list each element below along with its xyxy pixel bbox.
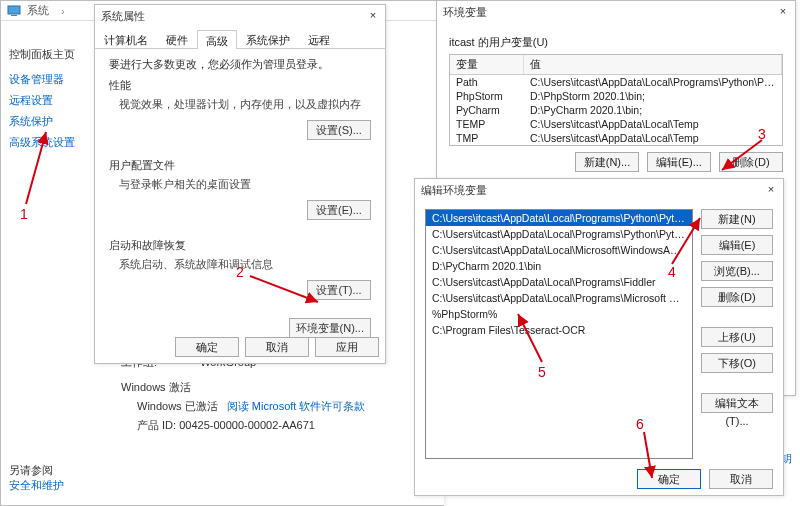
tab-protection[interactable]: 系统保护 xyxy=(237,29,299,48)
edit-env-var-dialog: 编辑环境变量 × C:\Users\itcast\AppData\Local\P… xyxy=(414,178,784,496)
env-vars-button[interactable]: 环境变量(N)... xyxy=(289,318,371,338)
dialog-body: 要进行大多数更改，您必须作为管理员登录。 性能 视觉效果，处理器计划，内存使用，… xyxy=(95,49,385,346)
list-item[interactable]: C:\Users\itcast\AppData\Local\Programs\F… xyxy=(426,274,692,290)
list-item[interactable]: C:\Users\itcast\AppData\Local\Programs\P… xyxy=(426,210,692,226)
svg-rect-0 xyxy=(8,6,20,14)
window-title: 系统 xyxy=(27,3,49,18)
perf-settings-button[interactable]: 设置(S)... xyxy=(307,120,371,140)
userprof-desc: 与登录帐户相关的桌面设置 xyxy=(119,177,371,192)
computer-icon xyxy=(7,4,21,18)
system-properties-dialog: 系统属性 × 计算机名 硬件 高级 系统保护 远程 要进行大多数更改，您必须作为… xyxy=(94,4,386,364)
list-item[interactable]: C:\Program Files\Tesseract-OCR xyxy=(426,322,692,338)
delete-button[interactable]: 删除(D) xyxy=(701,287,773,307)
titlebar: 环境变量 × xyxy=(437,1,795,23)
tab-hardware[interactable]: 硬件 xyxy=(157,29,197,48)
close-icon[interactable]: × xyxy=(763,181,779,197)
user-new-button[interactable]: 新建(N)... xyxy=(575,152,639,172)
dialog-title: 编辑环境变量 xyxy=(421,183,487,198)
list-item[interactable]: C:\Users\itcast\AppData\Local\Microsoft\… xyxy=(426,242,692,258)
product-id: 产品 ID: 00425-00000-00002-AA671 xyxy=(137,418,365,433)
titlebar: 编辑环境变量 × xyxy=(415,179,783,201)
activation-heading: Windows 激活 xyxy=(121,380,365,395)
table-row: PyCharmD:\PyCharm 2020.1\bin; xyxy=(450,103,782,117)
security-maintenance-link[interactable]: 安全和维护 xyxy=(9,479,64,491)
related-heading: 另请参阅 xyxy=(9,463,64,478)
titlebar: 系统属性 × xyxy=(95,5,385,27)
startup-desc: 系统启动、系统故障和调试信息 xyxy=(119,257,371,272)
sidebar-link-protection[interactable]: 系统保护 xyxy=(9,114,87,129)
activation-status: Windows 已激活 xyxy=(137,400,218,412)
user-vars-label: itcast 的用户变量(U) xyxy=(449,35,783,50)
dialog-title: 系统属性 xyxy=(101,9,145,24)
license-link[interactable]: 阅读 Microsoft 软件许可条款 xyxy=(227,400,366,412)
user-vars-table[interactable]: 变量 值 PathC:\Users\itcast\AppData\Local\P… xyxy=(449,54,783,146)
list-item[interactable]: C:\Users\itcast\AppData\Local\Programs\M… xyxy=(426,290,692,306)
ok-button[interactable]: 确定 xyxy=(637,469,701,489)
path-list[interactable]: C:\Users\itcast\AppData\Local\Programs\P… xyxy=(425,209,693,459)
list-item[interactable]: C:\Users\itcast\AppData\Local\Programs\P… xyxy=(426,226,692,242)
sidebar-link-advanced[interactable]: 高级系统设置 xyxy=(9,135,87,150)
close-icon[interactable]: × xyxy=(775,3,791,19)
table-row: TEMPC:\Users\itcast\AppData\Local\Temp xyxy=(450,117,782,131)
new-button[interactable]: 新建(N) xyxy=(701,209,773,229)
startup-settings-button[interactable]: 设置(T)... xyxy=(307,280,371,300)
userprof-title: 用户配置文件 xyxy=(109,158,371,173)
cancel-button[interactable]: 取消 xyxy=(245,337,309,357)
perf-desc: 视觉效果，处理器计划，内存使用，以及虚拟内存 xyxy=(119,97,371,112)
userprof-settings-button[interactable]: 设置(E)... xyxy=(307,200,371,220)
sidebar-home[interactable]: 控制面板主页 xyxy=(9,47,87,62)
close-icon[interactable]: × xyxy=(365,7,381,23)
col-value[interactable]: 值 xyxy=(524,55,782,74)
startup-title: 启动和故障恢复 xyxy=(109,238,371,253)
tab-remote[interactable]: 远程 xyxy=(299,29,339,48)
tab-advanced[interactable]: 高级 xyxy=(197,30,237,49)
tab-computer-name[interactable]: 计算机名 xyxy=(95,29,157,48)
user-edit-button[interactable]: 编辑(E)... xyxy=(647,152,711,172)
list-item[interactable]: %PhpStorm% xyxy=(426,306,692,322)
user-delete-button[interactable]: 删除(D) xyxy=(719,152,783,172)
edit-text-button[interactable]: 编辑文本(T)... xyxy=(701,393,773,413)
move-up-button[interactable]: 上移(U) xyxy=(701,327,773,347)
apply-button[interactable]: 应用 xyxy=(315,337,379,357)
ok-button[interactable]: 确定 xyxy=(175,337,239,357)
table-row: PhpStormD:\PhpStorm 2020.1\bin; xyxy=(450,89,782,103)
cancel-button[interactable]: 取消 xyxy=(709,469,773,489)
dialog-title: 环境变量 xyxy=(443,5,487,20)
related-links: 另请参阅 安全和维护 xyxy=(9,463,64,493)
sidebar-link-device-manager[interactable]: 设备管理器 xyxy=(9,72,87,87)
table-row: TMPC:\Users\itcast\AppData\Local\Temp xyxy=(450,131,782,145)
col-variable[interactable]: 变量 xyxy=(450,55,524,74)
svg-rect-1 xyxy=(11,15,17,16)
sidebar-link-remote[interactable]: 远程设置 xyxy=(9,93,87,108)
tab-strip: 计算机名 硬件 高级 系统保护 远程 xyxy=(95,27,385,49)
perf-title: 性能 xyxy=(109,78,371,93)
admin-note: 要进行大多数更改，您必须作为管理员登录。 xyxy=(109,57,371,72)
breadcrumb-sep: › xyxy=(61,5,65,17)
table-row: PathC:\Users\itcast\AppData\Local\Progra… xyxy=(450,75,782,89)
list-item[interactable]: D:\PyCharm 2020.1\bin xyxy=(426,258,692,274)
side-buttons: 新建(N) 编辑(E) 浏览(B)... 删除(D) 上移(U) 下移(O) 编… xyxy=(701,209,773,459)
edit-button[interactable]: 编辑(E) xyxy=(701,235,773,255)
move-down-button[interactable]: 下移(O) xyxy=(701,353,773,373)
sidebar: 控制面板主页 设备管理器 远程设置 系统保护 高级系统设置 xyxy=(1,41,95,162)
browse-button[interactable]: 浏览(B)... xyxy=(701,261,773,281)
